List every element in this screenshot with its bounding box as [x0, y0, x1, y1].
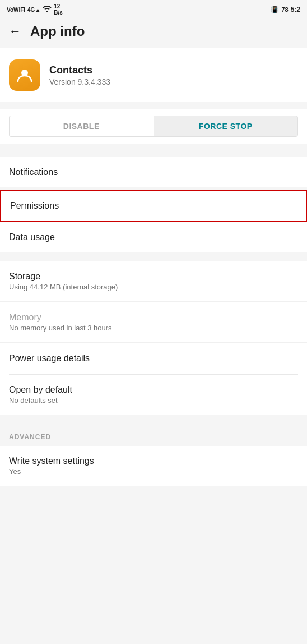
memory-title: Memory: [9, 312, 298, 323]
power-usage-title: Power usage details: [9, 353, 298, 364]
memory-subtitle: No memory used in last 3 hours: [9, 324, 298, 332]
back-button[interactable]: ←: [9, 24, 21, 39]
power-usage-item[interactable]: Power usage details: [0, 343, 307, 374]
action-buttons: DISABLE FORCE STOP: [0, 109, 307, 144]
notifications-item[interactable]: Notifications: [0, 157, 307, 187]
status-left: VoWiFi 4G▲ 12B/s: [7, 3, 63, 16]
storage-item[interactable]: Storage Using 44.12 MB (internal storage…: [0, 261, 307, 302]
app-info-header: ← App info: [0, 18, 307, 48]
data-usage-label: Data usage: [9, 232, 298, 242]
contacts-icon: [15, 66, 34, 85]
vowifi-indicator: VoWiFi: [7, 7, 25, 13]
notifications-section: Notifications: [0, 157, 307, 187]
app-name: Contacts: [49, 65, 110, 76]
data-usage-item[interactable]: Data usage: [0, 222, 307, 252]
time-display: 5:2: [291, 6, 300, 13]
status-right: 📳 78 5:2: [271, 6, 300, 13]
advanced-section: Write system settings Yes: [0, 446, 307, 486]
app-version: Version 9.3.4.333: [49, 77, 110, 86]
permissions-item[interactable]: Permissions: [0, 190, 307, 222]
notifications-label: Notifications: [9, 167, 298, 177]
open-default-item[interactable]: Open by default No defaults set: [0, 375, 307, 415]
signal-indicator: 4G▲: [27, 7, 40, 13]
vibrate-icon: 📳: [271, 6, 279, 13]
data-speed: 12B/s: [54, 3, 63, 16]
app-card: Contacts Version 9.3.4.333: [0, 48, 307, 102]
permissions-label: Permissions: [10, 201, 297, 211]
write-system-title: Write system settings: [9, 456, 298, 466]
open-default-subtitle: No defaults set: [9, 396, 298, 404]
app-info-text: Contacts Version 9.3.4.333: [49, 65, 110, 86]
advanced-header: ADVANCED: [0, 424, 307, 446]
battery-indicator: 78: [281, 6, 288, 13]
page-title: App info: [30, 24, 85, 39]
open-default-title: Open by default: [9, 385, 298, 395]
data-usage-section: Data usage: [0, 222, 307, 252]
write-system-item[interactable]: Write system settings Yes: [0, 446, 307, 486]
advanced-label: ADVANCED: [9, 433, 51, 441]
storage-subtitle: Using 44.12 MB (internal storage): [9, 283, 298, 291]
storage-group: Storage Using 44.12 MB (internal storage…: [0, 261, 307, 415]
wifi-indicator: [43, 6, 52, 13]
disable-button[interactable]: DISABLE: [9, 116, 154, 137]
status-bar: VoWiFi 4G▲ 12B/s 📳 78 5:2: [0, 0, 307, 18]
force-stop-button[interactable]: FORCE STOP: [154, 116, 299, 137]
app-icon: [9, 59, 40, 91]
write-system-subtitle: Yes: [9, 467, 298, 476]
memory-item[interactable]: Memory No memory used in last 3 hours: [0, 302, 307, 343]
storage-title: Storage: [9, 272, 298, 282]
